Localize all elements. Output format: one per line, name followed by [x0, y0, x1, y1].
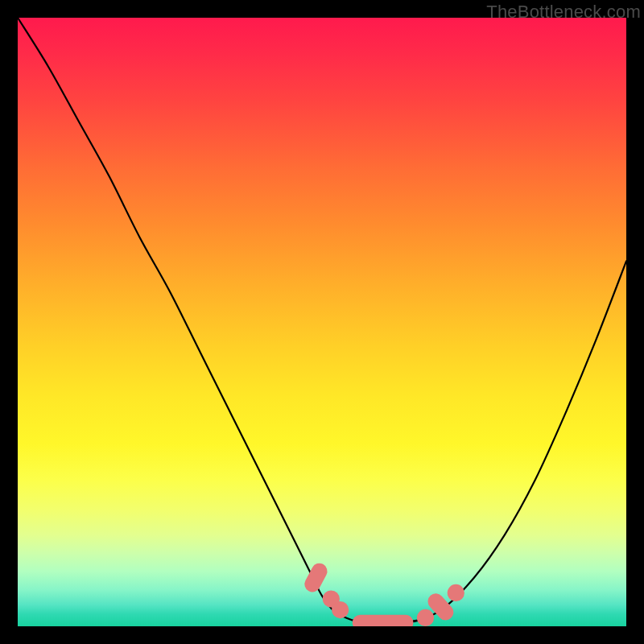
- curve-marker-dot: [417, 609, 434, 626]
- markers-group: [302, 560, 464, 626]
- curve-marker-pill: [353, 615, 414, 626]
- bottleneck-curve: [18, 18, 626, 624]
- curve-marker-dot: [448, 584, 464, 601]
- plot-area: [18, 18, 626, 626]
- curve-marker-dot: [332, 601, 349, 618]
- bottleneck-curve-svg: [18, 18, 626, 626]
- curve-group: [18, 18, 626, 624]
- chart-frame: TheBottleneck.com: [0, 0, 644, 644]
- watermark-text: TheBottleneck.com: [486, 2, 641, 23]
